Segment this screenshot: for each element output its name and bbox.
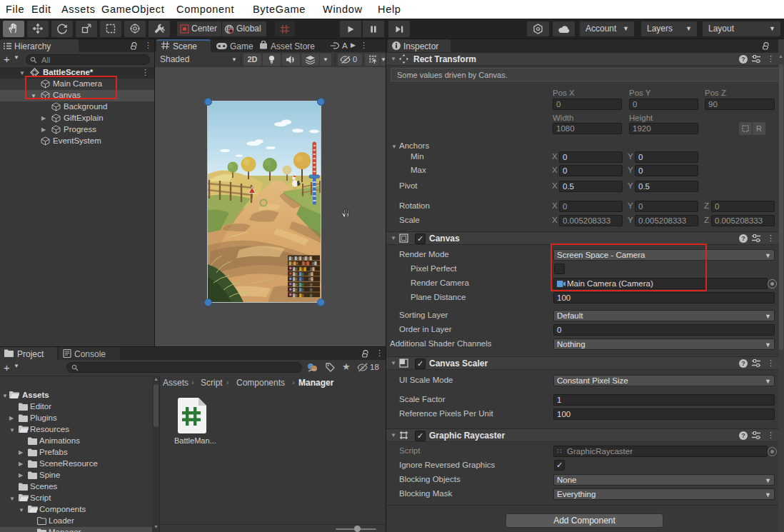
svg-text:?: ?	[741, 235, 745, 242]
svg-text:?: ?	[741, 56, 745, 63]
svg-text:?: ?	[741, 432, 745, 439]
svg-text:?: ?	[741, 360, 745, 367]
